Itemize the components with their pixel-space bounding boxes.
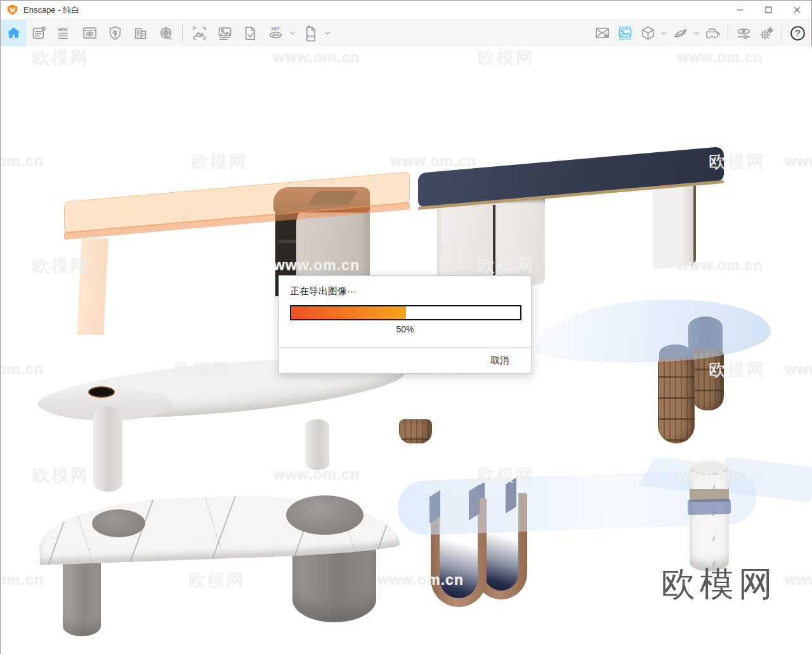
wing-icon (672, 25, 689, 42)
exe-export-button[interactable]: EXE (298, 20, 323, 46)
table-leg (93, 407, 122, 492)
svg-text:EXE: EXE (308, 33, 315, 37)
export-progress-dialog: 正在导出图像··· 50% 取消 (278, 275, 532, 374)
cable-grommet (88, 386, 115, 398)
vr-button[interactable] (701, 20, 724, 46)
window-controls (726, 1, 811, 20)
maximize-icon (766, 7, 771, 13)
panorama-dropdown[interactable] (288, 20, 298, 46)
notes-button[interactable] (26, 20, 51, 46)
svg-text:?: ? (795, 28, 800, 38)
toolbar-separator (728, 25, 728, 41)
chevron-down-icon (660, 29, 668, 37)
toolbar-separator (182, 25, 183, 41)
wood-pillar-front (658, 357, 695, 443)
exe-standalone-icon: EXE (302, 25, 319, 42)
concrete-disc-small (92, 509, 145, 537)
screenshot-button[interactable] (187, 20, 212, 46)
browser-eye-icon (81, 25, 98, 42)
site-context-button[interactable] (128, 20, 153, 46)
marble-cylinder-body (690, 465, 729, 572)
web-view-button[interactable] (77, 20, 102, 46)
watermark: www.om.cn (390, 153, 476, 170)
chevron-down-icon (692, 29, 700, 37)
bim-info-button[interactable]: BIM (51, 20, 77, 46)
help-button[interactable]: ? (786, 20, 809, 46)
bim-icon: BIM (56, 25, 73, 42)
shield-tree-icon (107, 25, 124, 42)
window-title: Enscape - 纯白 (23, 4, 79, 16)
close-icon (794, 7, 799, 12)
titlebar: Enscape - 纯白 (1, 1, 811, 20)
watermark: 欧模网 (188, 569, 246, 592)
table-leg (305, 419, 329, 470)
progress-percent-label: 50% (279, 324, 531, 334)
progress-bar-track (290, 305, 521, 320)
image-active-icon (617, 25, 634, 42)
screenshot-frame-icon (191, 25, 208, 42)
gear-icon (758, 25, 775, 42)
visual-settings-button[interactable] (732, 20, 755, 46)
render-style-button[interactable] (613, 20, 636, 46)
help-icon: ? (789, 25, 806, 42)
asset-library-button[interactable] (102, 20, 128, 46)
toolbar: BIM (1, 20, 811, 46)
cylinder-glass-band (688, 499, 731, 515)
image-export-icon (216, 25, 233, 42)
render-image-button[interactable] (212, 20, 237, 46)
watermark: 欧模网 (191, 150, 248, 173)
toolbar-right-group: ? (591, 20, 809, 46)
watermark: www.om.cn (785, 572, 812, 589)
close-button[interactable] (783, 1, 811, 20)
watermark: 欧模网 (32, 464, 89, 487)
fly-mode-button[interactable] (669, 20, 691, 46)
document-check-icon (242, 25, 259, 42)
home-button[interactable] (1, 20, 26, 46)
dialog-title: 正在导出图像··· (290, 285, 357, 298)
map-location-icon (594, 25, 611, 42)
video-editor-button[interactable] (153, 20, 178, 46)
cabinet-door-right (497, 204, 544, 281)
cube-icon (639, 25, 657, 42)
chevron-down-icon (289, 29, 297, 37)
settings-button[interactable] (755, 20, 778, 46)
building-icon (132, 25, 149, 42)
toolbar-separator (782, 25, 782, 41)
glass-top-blue (534, 294, 773, 368)
watermark: www.om.cn (1, 572, 44, 589)
watermark: 欧模网 (32, 46, 89, 69)
svg-text:360°: 360° (271, 26, 280, 32)
cabinet-door-left (441, 206, 492, 281)
panorama-button[interactable]: 360° (263, 20, 288, 46)
notes-icon (30, 25, 48, 42)
pano-360-icon: 360° (267, 25, 284, 42)
svg-text:BIM: BIM (58, 26, 67, 32)
desk-left-leg (77, 239, 108, 335)
toolbar-left-group: BIM (1, 20, 332, 46)
watermark: www.om.cn (1, 153, 44, 170)
wood-pillar-small (399, 419, 432, 443)
eye-slider-icon (735, 25, 752, 42)
chevron-down-icon (324, 29, 332, 37)
geo-location-button[interactable] (591, 20, 613, 46)
marble-cylinder-top (690, 460, 729, 475)
dialog-divider (279, 347, 531, 348)
render-document-button[interactable] (237, 20, 263, 46)
concrete-disc-large (286, 495, 363, 535)
orbit-mode-button[interactable] (636, 20, 659, 46)
watermark: www.om.cn (273, 49, 360, 66)
home-icon (5, 25, 22, 42)
cancel-button[interactable]: 取消 (487, 353, 513, 368)
watermark: www.om.cn (785, 153, 812, 170)
cabinet-door-gap (493, 205, 495, 281)
orbit-mode-dropdown[interactable] (659, 20, 669, 46)
minimize-button[interactable] (726, 1, 754, 20)
maximize-button[interactable] (754, 1, 783, 20)
film-reel-icon (157, 25, 174, 42)
fly-mode-dropdown[interactable] (691, 20, 701, 46)
enscape-logo-icon (6, 4, 18, 16)
progress-bar-fill (291, 306, 406, 319)
watermark: www.om.cn (785, 361, 812, 378)
watermark: www.om.cn (677, 49, 763, 66)
exe-export-dropdown[interactable] (323, 20, 332, 46)
